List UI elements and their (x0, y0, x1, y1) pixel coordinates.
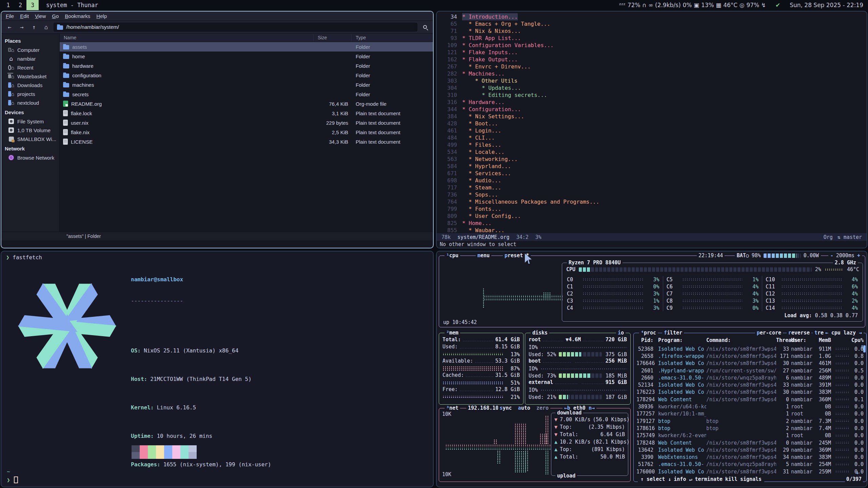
sidebar-item[interactable]: ⌂ Recent (1, 63, 59, 72)
workspace-button[interactable]: 2 (14, 0, 26, 10)
mem-tab[interactable]: ²mem (445, 330, 460, 336)
sidebar-device[interactable]: SMALLBOX Wi... (1, 135, 59, 143)
sidebar-device[interactable]: 1,0 TB Volume (1, 126, 59, 135)
proc-action[interactable]: terminate (694, 476, 724, 482)
status-module[interactable]: 46°C ◎ (723, 2, 744, 8)
status-module[interactable]: ᶻᶻᶻ (619, 2, 626, 8)
org-heading[interactable]: 310 * Editing secrets... (437, 92, 867, 99)
sidebar-item[interactable]: ⌂ Computer (1, 45, 59, 54)
proc-action[interactable]: info ↵ (672, 476, 693, 482)
major-mode[interactable]: Org (824, 234, 833, 240)
org-heading[interactable]: 825 * Home... (437, 220, 867, 227)
filter-button[interactable]: filter (664, 330, 682, 336)
status-module[interactable]: ᶻᶻᶻ72% ∩∞ (2.9kb/s)0% ▣13% ▦46°C ◎97% ↯ (619, 2, 766, 8)
back-button[interactable]: ← (5, 23, 14, 32)
proc-action[interactable]: ↑ select ↓ (639, 476, 672, 482)
org-heading[interactable]: 764 * Miscellaneous Packages and Program… (437, 198, 867, 205)
column-header-name[interactable]: Name (60, 34, 314, 42)
process-row[interactable]: 2601 .Hyprland-wrapp /run/current-system… (636, 367, 862, 374)
sidebar-item[interactable]: ⌂ projects (1, 89, 59, 98)
process-row[interactable]: 13642 Isolated Web Co /nix/store/sm8fmrf… (636, 446, 862, 453)
process-row[interactable]: 177257 kworker/10:1-mm_ 1 root 0B 0.0 (636, 410, 862, 418)
process-row[interactable]: 179127 btop btop 2 nambiar 7.3M 0.0 (636, 418, 862, 425)
status-module[interactable]: 72% ∩ (628, 2, 647, 8)
clock[interactable]: Sun, 28 Sep 2025 - 22:19 (790, 2, 863, 8)
buffer-name[interactable]: system/README.org (457, 234, 510, 240)
process-row[interactable]: 52134 Isolated Web Co /nix/store/sm8fmrf… (636, 381, 862, 388)
proc-action[interactable]: kill (724, 476, 739, 482)
menu-item[interactable]: Edit (17, 12, 32, 20)
org-heading[interactable]: 717 * Steam... (437, 184, 867, 191)
file-row[interactable]: flake.lock 3,1 KiB Plain text document (60, 108, 433, 118)
home-button[interactable]: ⌂ (41, 23, 51, 32)
org-heading[interactable]: 499 * Files... (437, 141, 867, 148)
org-heading[interactable]: 428 * Boot... (437, 120, 867, 127)
git-branch[interactable]: master (844, 234, 862, 240)
file-row[interactable]: machines Folder (60, 80, 433, 89)
status-module[interactable]: ∞ (2.9kb/s) (648, 2, 680, 8)
process-row[interactable]: 51762 .emacs-31.0.50- /nix/store/wnqz5pa… (636, 461, 862, 468)
org-heading[interactable]: 267 * Envrc + Direnv... (437, 63, 867, 70)
disks-tab[interactable]: disks (531, 330, 549, 336)
org-heading[interactable]: 303 * Other Utils (437, 77, 867, 84)
sidebar-item[interactable]: ⌂ nextcloud (1, 98, 59, 107)
org-heading[interactable]: 461 * Login... (437, 127, 867, 134)
file-row[interactable]: user.nix 229 bytes Plain text document (60, 118, 433, 127)
menu-item[interactable]: File (3, 12, 17, 20)
file-row[interactable]: flake.nix 2,5 KiB Plain text document (60, 127, 433, 137)
up-button[interactable]: ↑ (29, 23, 39, 32)
org-heading[interactable]: 584 * Hyprland... (437, 163, 867, 170)
process-row[interactable]: 178294 Web Content /nix/store/sm8fmrf3wp… (636, 396, 862, 403)
file-row[interactable]: README.org 76,4 KiB Org-mode file (60, 99, 433, 108)
org-heading[interactable]: 65 * Emacs + Org + Tangle... (437, 20, 867, 27)
interval-plus-button[interactable]: + (857, 252, 860, 259)
org-heading[interactable]: 563 * Networking... (437, 156, 867, 163)
process-row[interactable]: 176646 Isolated Web Co /nix/store/sm8fmr… (636, 360, 862, 367)
process-row[interactable]: 2658 .firefox-wrappe /nix/store/sm8fmrf3… (636, 352, 862, 360)
sidebar-item[interactable]: ⌂ Wastebasket (1, 72, 59, 81)
forward-button[interactable]: → (17, 23, 26, 32)
status-module[interactable]: 97% ↯ (746, 2, 766, 8)
org-heading[interactable]: 671 * Services... (437, 170, 867, 177)
process-row[interactable]: 3390 WebExtensions /nix/store/sm8fmrf3wp… (636, 453, 862, 461)
workspace-button[interactable]: 1 (2, 0, 14, 10)
menu-item[interactable]: Bookmarks (62, 12, 93, 20)
org-heading[interactable]: 121 * Flake Inputs... (437, 49, 867, 56)
process-row[interactable]: 176000 Isolated Web Co /nix/store/sm8fmr… (636, 468, 862, 475)
workspace-button[interactable]: 3 (26, 0, 39, 10)
sidebar-item[interactable]: ⌂ nambiar (1, 54, 59, 63)
process-row[interactable]: 178616 btop btop 2 nambiar 7.4M 0.0 (636, 425, 862, 432)
file-row[interactable]: assets Folder (60, 42, 433, 52)
sidebar-item[interactable]: ⌂ Downloads (1, 81, 59, 89)
menu-item[interactable]: View (32, 12, 49, 20)
org-heading[interactable]: 384 * Nix Settings... (437, 113, 867, 120)
process-row[interactable]: 2660 .emacs-31.0.50- /nix/store/wnqz5pa8… (636, 374, 862, 381)
process-row[interactable]: 176223 Isolated Web Co /nix/store/sm8fmr… (636, 389, 862, 396)
org-heading[interactable]: 71 * Nix & Nixos... (437, 27, 867, 35)
file-row[interactable]: LICENSE 34,3 KiB Plain text document (60, 137, 433, 146)
proc-scrollbar-thumb[interactable] (863, 345, 866, 352)
file-row[interactable]: secrets Folder (60, 89, 433, 99)
org-heading[interactable]: 316 * Hardware... (437, 99, 867, 106)
process-row[interactable]: 38936 kworker/u64:6-kc 1 root 0B 0.0 (636, 403, 862, 410)
cpu-tab[interactable]: ¹cpu (445, 252, 460, 259)
systemd-ok-icon[interactable]: ✔ (775, 2, 780, 8)
reverse-toggle[interactable]: reverse (788, 330, 810, 336)
process-row[interactable]: 178248 Web Content /nix/store/sm8fmrf3wp… (636, 439, 862, 446)
file-row[interactable]: hardware Folder (60, 61, 433, 70)
status-module[interactable]: 13% ▦ (701, 2, 721, 8)
proc-tab[interactable]: ⁴proc (639, 330, 658, 336)
org-heading[interactable]: 809 * User Config... (437, 212, 867, 220)
column-header-size[interactable]: Size (314, 34, 352, 42)
sidebar-device[interactable]: File System (1, 117, 59, 126)
sort-selector[interactable]: ← cpu lazy → (824, 330, 864, 336)
org-heading[interactable]: 855 * Waubar... (437, 227, 867, 234)
process-row[interactable]: 52368 Isolated Web Co /nix/store/sm8fmrf… (636, 345, 862, 352)
org-heading[interactable]: 736 * Sops... (437, 191, 867, 198)
process-row[interactable]: 175749 kworker/6:2-even 1 root 0B 0.0 (636, 432, 862, 439)
io-tab[interactable]: io (618, 330, 624, 336)
org-heading[interactable]: 484 * CLI... (437, 134, 867, 141)
org-heading[interactable]: 93 * TLDR App List... (437, 35, 867, 42)
file-row[interactable]: home Folder (60, 52, 433, 61)
org-heading[interactable]: 344 * Configuration... (437, 106, 867, 113)
